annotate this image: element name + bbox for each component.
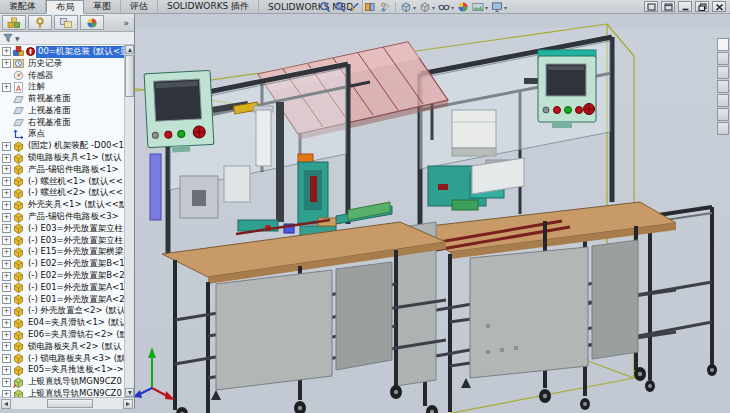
tree-expand-toggle[interactable]: + [2,319,11,328]
command-tab-3[interactable]: 草图 [84,0,121,13]
display-manager-tab[interactable] [80,15,104,30]
tree-expand-toggle[interactable]: + [2,331,11,340]
tree-expand-toggle[interactable]: + [2,236,11,245]
restore-button[interactable] [695,1,709,12]
command-tab-2[interactable]: 布局 [46,0,84,14]
tree-expand-toggle[interactable]: + [2,177,11,186]
tree-item[interactable]: 前视基准面 [0,93,124,105]
configuration-manager-tab[interactable] [54,15,78,30]
tree-item[interactable]: +上银直线导轨MGN9CZ0 [0,388,124,397]
zoom-to-fit-icon[interactable] [318,1,332,14]
tree-filter-row[interactable]: ▼ [0,32,134,45]
tree-item[interactable]: +(-) 螺丝机<2> (默认<< [0,188,124,200]
tree-expand-toggle[interactable]: + [2,59,11,68]
tree-vertical-scrollbar[interactable] [124,45,134,397]
command-tab-1[interactable]: 装配体 [0,0,46,13]
scroll-up-arrow[interactable] [125,45,134,54]
tree-expand-toggle[interactable]: + [2,260,11,269]
tree-expand-toggle[interactable]: + [2,307,11,316]
hide-show-items-icon[interactable]: ▾ [437,1,455,14]
tree-expand-toggle[interactable]: + [2,83,11,92]
task-pane-solidworks-resources-button[interactable] [717,38,729,51]
tree-item[interactable]: +E05=夹具推送板<1>-> [0,365,124,377]
tree-item[interactable]: +历史记录 [0,58,124,70]
tree-expand-toggle[interactable]: + [2,354,11,363]
tree-expand-toggle[interactable]: + [2,295,11,304]
zoom-to-area-icon[interactable] [333,1,347,14]
tree-item[interactable]: 传感器 [0,70,124,82]
tree-expand-toggle[interactable]: + [2,47,11,56]
task-pane-appearances-scenes-button[interactable] [717,94,729,107]
tree-item[interactable]: +(固定) 机架装配 -D00<1 [0,140,124,152]
tree-item[interactable]: +(-) E01=外壳放置架A<1 [0,282,124,294]
panel-tab-overflow[interactable]: » [120,18,132,28]
tree-expand-toggle[interactable]: + [2,224,11,233]
tree-item[interactable]: +锁电路板夹具<1> (默认 [0,152,124,164]
tree-expand-toggle[interactable]: + [2,165,11,174]
tree-horizontal-scrollbar[interactable] [0,397,134,409]
command-tab-4[interactable]: 评估 [121,0,158,13]
tree-item[interactable]: +(-) E01=外壳放置架A<2 [0,294,124,306]
tree-item[interactable]: +产品-锡铝件电路板<3> [0,211,124,223]
close-button[interactable] [712,1,726,12]
tree-expand-toggle[interactable]: + [2,366,11,375]
display-style-icon[interactable]: ▾ [418,1,436,14]
tree-expand-toggle[interactable]: + [2,390,11,398]
tree-item[interactable]: +(-) 螺丝机<1> (默认<< [0,176,124,188]
tree-item[interactable]: 右视基准面 [0,117,124,129]
featuremanager-tree-tab[interactable] [2,15,26,30]
tree-expand-toggle[interactable]: + [2,154,11,163]
tree-expand-toggle[interactable]: + [2,201,11,210]
edit-appearance-icon[interactable] [456,1,470,14]
tree-item-label: 00=机架总装 (默认<显 [36,46,124,58]
command-tab-5[interactable]: SOLIDWORKS 插件 [158,0,259,13]
tree-item[interactable]: +产品-锡铝件电路板<1> [0,164,124,176]
tree-item[interactable]: +(-) E03=外壳放置架立柱 [0,223,124,235]
property-manager-tab[interactable] [28,15,52,30]
tree-item[interactable]: +E06=夹具滑轨右<2> (默 [0,329,124,341]
task-pane-custom-properties-button[interactable] [717,108,729,121]
tree-item[interactable]: +A注解 [0,81,124,93]
section-view-icon[interactable] [363,1,377,14]
tree-item[interactable]: +(-) E02=外壳放置架B<1 [0,258,124,270]
tree-expand-toggle[interactable]: + [2,342,11,351]
tree-item[interactable]: +(-) 锁电路板夹具<3> (默 [0,353,124,365]
tree-item[interactable]: +锁电路板夹具<2> (默认 [0,341,124,353]
view-orientation-icon[interactable]: ▾ [399,1,417,14]
annotation-view-icon[interactable] [378,1,392,14]
tree-item[interactable]: 上视基准面 [0,105,124,117]
tree-item[interactable]: +(-) E15=外壳放置架横梁 [0,247,124,259]
tree-expand-toggle[interactable]: + [2,272,11,281]
filter-dropdown-arrow[interactable]: ▼ [15,35,20,42]
scroll-right-arrow[interactable] [123,399,133,409]
tree-expand-toggle[interactable]: + [2,248,11,257]
apply-scene-icon[interactable]: ▾ [471,1,489,14]
tree-item[interactable]: +(-) E02=外壳放置架B<2 [0,270,124,282]
vertical-scroll-thumb[interactable] [125,55,134,97]
tree-item[interactable]: +外壳夹具<1> (默认<<默 [0,199,124,211]
view-settings-icon[interactable]: ▾ [490,1,508,14]
tree-item[interactable]: +(-) 外壳放置盒<2> (默认 [0,306,124,318]
minimize-button[interactable] [678,1,692,12]
tree-item[interactable]: +上银直线导轨MGN9CZ0 [0,376,124,388]
tree-expand-toggle[interactable]: + [2,378,11,387]
tree-expand-toggle[interactable]: + [2,213,11,222]
horizontal-scroll-thumb[interactable] [47,399,93,408]
tree-expand-toggle[interactable]: + [2,189,11,198]
task-pane-forum-button[interactable] [717,122,729,135]
tree-expand-toggle[interactable]: + [2,283,11,292]
tree-item[interactable]: +E04=夹具滑轨<1> (默认 [0,317,124,329]
tree-item[interactable]: +00=机架总装 (默认<显 [0,46,124,58]
measure-icon[interactable] [348,1,362,14]
tree-item[interactable]: +(-) E03=外壳放置架立柱 [0,235,124,247]
tree-item[interactable]: 原点 [0,129,124,141]
scroll-left-arrow[interactable] [1,399,11,409]
task-pane-view-palette-button[interactable] [717,80,729,93]
doc-window-new-button[interactable] [661,1,675,12]
scroll-down-arrow[interactable] [125,388,134,397]
tree-expand-toggle[interactable]: + [2,142,11,151]
component-icon [13,306,24,317]
task-pane-design-library-button[interactable] [717,52,729,65]
doc-window-restore-button[interactable] [644,1,658,12]
task-pane-file-explorer-button[interactable] [717,66,729,79]
